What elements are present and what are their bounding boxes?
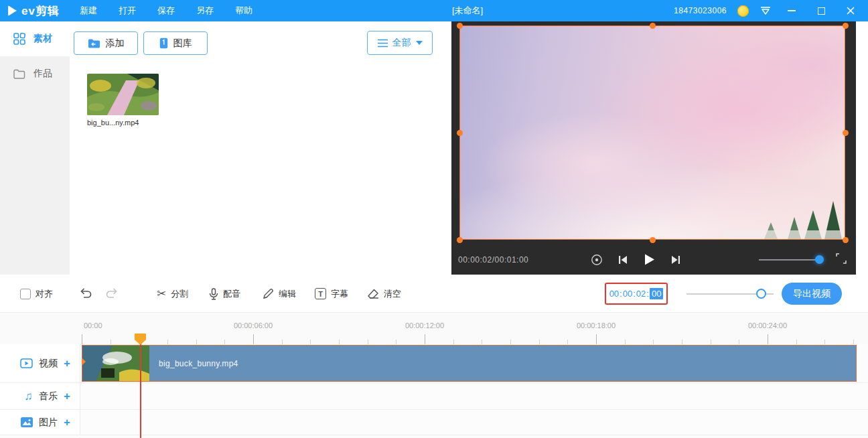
media-filename: big_bu...ny.mp4 xyxy=(87,119,161,127)
previous-frame-icon[interactable] xyxy=(618,254,628,265)
video-track-label: 视频 + xyxy=(0,344,80,382)
resize-handle-bottom-right[interactable] xyxy=(843,237,849,243)
resize-handle-mid-left[interactable] xyxy=(457,130,463,136)
split-button[interactable]: ✂ 分割 xyxy=(157,275,188,313)
edit-button[interactable]: 编辑 xyxy=(263,275,296,313)
filter-dropdown[interactable]: 全部 xyxy=(367,31,433,55)
microphone-icon xyxy=(209,288,218,300)
music-track-label: ♫ 音乐 + xyxy=(0,383,80,409)
resize-handle-bottom-center[interactable] xyxy=(650,237,656,243)
volume-slider[interactable] xyxy=(759,255,824,264)
timecode-separator: : xyxy=(646,289,649,299)
timecode-separator: : xyxy=(633,289,636,299)
timecode-seconds: 02 xyxy=(636,289,646,299)
resize-handle-top-left[interactable] xyxy=(457,23,463,29)
preview-timecode: 00:00:02/00:01:00 xyxy=(458,255,528,265)
timecode-hours: 00 xyxy=(609,289,619,299)
vip-icon[interactable] xyxy=(760,6,772,15)
ruler-label: 00:00:18:00 xyxy=(577,321,616,330)
split-label: 分割 xyxy=(171,288,188,300)
preview-panel: 00:00:02/00:01:00 xyxy=(451,21,856,275)
main-menu: 新建 打开 保存 另存 帮助 xyxy=(77,3,255,18)
ev-editor-window: ev剪辑 新建 打开 保存 另存 帮助 [未命名] 18473023006 xyxy=(0,0,868,438)
fullscreen-icon[interactable] xyxy=(836,253,847,267)
playhead-line xyxy=(140,338,141,438)
menu-item-save-as[interactable]: 另存 xyxy=(194,3,216,18)
ruler-label: 00:00:12:00 xyxy=(405,321,444,330)
timecode-frames-selected: 00 xyxy=(650,288,663,299)
resize-handle-bottom-left[interactable] xyxy=(457,237,463,243)
add-media-button[interactable]: 添加 xyxy=(74,31,138,55)
menu-item-open[interactable]: 打开 xyxy=(116,3,139,18)
volume-handle[interactable] xyxy=(815,255,824,264)
play-icon[interactable] xyxy=(643,253,656,266)
sidebar: 素材 作品 xyxy=(0,21,70,275)
preview-controls: 00:00:02/00:01:00 xyxy=(451,244,856,275)
ruler-label: 00:00:24:00 xyxy=(748,321,787,330)
sidebar-tab-works[interactable]: 作品 xyxy=(0,56,70,91)
picture-track-label: 图片 + xyxy=(0,410,80,435)
subtitle-label: 字幕 xyxy=(331,288,348,300)
timeline-zoom-slider[interactable] xyxy=(686,293,774,295)
sidebar-tab-material[interactable]: 素材 xyxy=(0,21,70,56)
align-label: 对齐 xyxy=(35,288,53,300)
document-title: [未命名] xyxy=(380,5,555,17)
subtitle-button[interactable]: T 字幕 xyxy=(315,275,348,313)
align-checkbox[interactable] xyxy=(20,289,31,299)
titlebar-right: 18473023006 xyxy=(674,0,860,21)
preview-stage[interactable] xyxy=(459,25,845,240)
menu-item-new[interactable]: 新建 xyxy=(77,3,100,18)
account-number[interactable]: 18473023006 xyxy=(674,6,727,15)
resize-handle-top-right[interactable] xyxy=(843,23,849,29)
scissors-icon: ✂ xyxy=(157,287,166,301)
clip-filename: big_buck_bunny.mp4 xyxy=(159,359,238,368)
menu-item-help[interactable]: 帮助 xyxy=(232,3,255,18)
library-button[interactable]: 图库 xyxy=(143,31,208,55)
app-logo: ev剪辑 xyxy=(8,3,60,19)
music-track[interactable]: ♫ 音乐 + xyxy=(0,383,868,410)
close-button[interactable] xyxy=(841,0,860,21)
app-name: ev剪辑 xyxy=(21,3,60,19)
voiceover-button[interactable]: 配音 xyxy=(209,275,240,313)
video-track[interactable]: 视频 + big_buck_bunny.mp4 xyxy=(0,344,868,383)
add-picture-button[interactable]: + xyxy=(64,417,70,428)
library-icon xyxy=(159,38,168,49)
maximize-button[interactable] xyxy=(812,0,830,21)
undo-button[interactable] xyxy=(79,275,92,313)
video-clip[interactable]: big_buck_bunny.mp4 xyxy=(82,345,857,382)
coin-icon[interactable] xyxy=(737,5,749,17)
current-timecode-field[interactable]: 00:00:02:00 xyxy=(605,283,668,305)
clear-button[interactable]: 清空 xyxy=(367,275,401,313)
add-music-button[interactable]: + xyxy=(64,390,70,402)
menu-item-save[interactable]: 保存 xyxy=(155,3,177,18)
video-icon xyxy=(20,358,33,368)
align-toggle[interactable]: 对齐 xyxy=(20,275,53,313)
minimize-button[interactable] xyxy=(782,0,801,21)
trees-graphic xyxy=(724,175,845,239)
media-panel: 添加 图库 全部 xyxy=(70,21,450,275)
folder-add-icon xyxy=(88,38,100,49)
add-video-button[interactable]: + xyxy=(64,358,70,369)
minimize-icon xyxy=(788,10,796,11)
timecode-minutes: 00 xyxy=(623,289,632,299)
media-thumbnail xyxy=(87,74,159,115)
track-name: 音乐 xyxy=(39,390,58,403)
chevron-down-icon xyxy=(416,41,423,45)
ruler-label: 00:00:06:00 xyxy=(234,321,273,330)
timeline-ruler[interactable]: 00:00 00:00:06:00 00:00:12:00 00:00:18:0… xyxy=(0,313,868,344)
grid-icon xyxy=(13,33,25,45)
ruler-label: 00:00 xyxy=(84,321,102,330)
picture-track[interactable]: 图片 + xyxy=(0,410,868,435)
titlebar: ev剪辑 新建 打开 保存 另存 帮助 [未命名] 18473023006 xyxy=(0,0,868,21)
export-video-button[interactable]: 导出视频 xyxy=(782,283,842,305)
loop-icon[interactable] xyxy=(591,254,603,266)
redo-button[interactable] xyxy=(106,275,119,313)
next-frame-icon[interactable] xyxy=(670,254,681,265)
resize-handle-top-center[interactable] xyxy=(650,23,656,29)
transport-controls xyxy=(591,253,681,266)
folder-icon xyxy=(13,69,25,79)
resize-handle-mid-right[interactable] xyxy=(843,130,849,136)
clip-trim-handle[interactable] xyxy=(82,358,86,366)
media-item[interactable]: big_bu...ny.mp4 xyxy=(87,74,161,127)
zoom-slider-handle[interactable] xyxy=(756,289,766,299)
